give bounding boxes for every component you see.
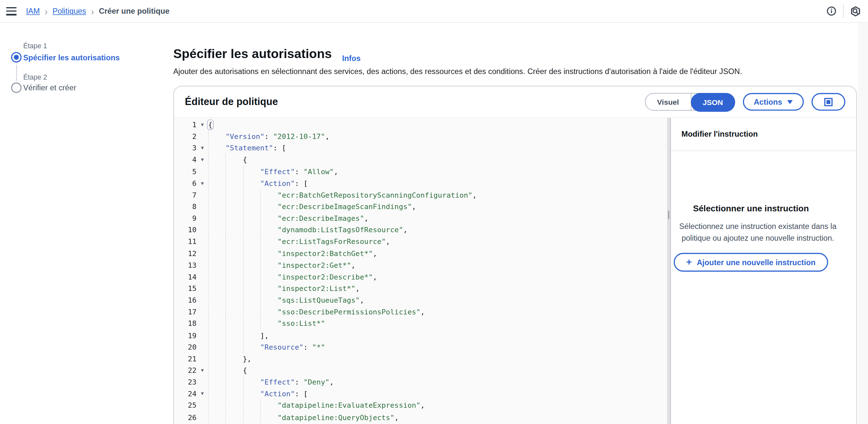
code-content: "Action": [ — [208, 177, 667, 189]
fold-spacer — [196, 353, 208, 365]
step2-link[interactable]: Vérifier et créer — [23, 83, 76, 92]
code-line[interactable]: 7"ecr:BatchGetRepositoryScanningConfigur… — [174, 189, 667, 201]
json-string: "Allow" — [304, 167, 334, 175]
indent-guide — [260, 236, 261, 248]
json-key: "Effect" — [260, 167, 294, 175]
code-content: "Statement": [ — [208, 142, 667, 154]
line-number: 24 — [174, 388, 197, 400]
step1-label: Étape 1 — [23, 42, 47, 50]
json-punctuation: , — [330, 378, 334, 386]
json-punctuation: , — [403, 226, 407, 234]
aws-console-create-policy-page: IAM › Politiques › Créer une politique É… — [0, 0, 868, 424]
indent-guide — [225, 271, 226, 283]
menu-icon[interactable] — [6, 7, 17, 15]
code-line[interactable]: 16"sqs:ListQueueTags", — [174, 295, 667, 306]
indent-guide — [243, 411, 243, 423]
code-line[interactable]: 6▼"Action": [ — [174, 177, 667, 189]
code-line[interactable]: 25"datapipeline:EvaluateExpression", — [174, 399, 667, 411]
code-line[interactable]: 24▼"Action": [ — [174, 388, 667, 400]
code-line[interactable]: 3▼"Statement": [ — [174, 142, 667, 154]
breadcrumb-iam[interactable]: IAM — [26, 6, 40, 15]
info-link[interactable]: Infos — [342, 54, 361, 63]
page-title: Spécifier les autorisations — [173, 46, 332, 61]
code-line[interactable]: 5"Effect": "Allow", — [174, 166, 667, 177]
json-key: "Resource" — [260, 343, 304, 351]
indent-guide — [243, 189, 243, 201]
indent-guide — [208, 318, 209, 329]
code-line[interactable]: 4▼{ — [174, 154, 667, 166]
code-line[interactable]: 20"Resource": "*" — [174, 341, 667, 353]
indent-guide — [260, 271, 261, 283]
code-line[interactable]: 12"inspector2:BatchGet*", — [174, 248, 667, 259]
expand-editor-button[interactable] — [811, 93, 845, 110]
code-content: "sso:DescribePermissionsPolicies", — [208, 306, 667, 318]
indent-guide — [225, 189, 226, 201]
code-line[interactable]: 26"datapipeline:QueryObjects", — [174, 411, 667, 423]
code-line[interactable]: 15"inspector2:List*", — [174, 283, 667, 295]
code-line[interactable]: 11"ecr:ListTagsForResource", — [174, 236, 667, 248]
fold-arrow-icon[interactable]: ▼ — [196, 177, 208, 189]
indent-guide — [225, 213, 226, 224]
step2-radio-icon — [11, 83, 22, 93]
indent-guide — [243, 236, 243, 248]
json-punctuation: , — [421, 401, 425, 410]
code-content: ], — [208, 329, 667, 341]
indent-guide — [208, 177, 209, 189]
fold-arrow-icon[interactable]: ▼ — [196, 142, 208, 154]
caret-down-icon — [787, 100, 793, 104]
code-line[interactable]: 23"Effect": "Deny", — [174, 377, 667, 388]
fold-arrow-icon[interactable]: ▼ — [196, 154, 208, 166]
code-line[interactable]: 14"inspector2:Describe*", — [174, 271, 667, 283]
settings-icon[interactable] — [850, 6, 861, 16]
indent-guide — [208, 142, 209, 154]
json-punctuation: , — [334, 167, 338, 175]
json-key: "Statement" — [225, 144, 273, 152]
fold-arrow-icon[interactable]: ▼ — [196, 388, 208, 400]
toggle-json[interactable]: JSON — [691, 93, 735, 112]
line-number: 1 — [174, 119, 197, 131]
code-content: "inspector2:Get*", — [208, 259, 667, 271]
indent-guide — [243, 306, 243, 318]
code-line[interactable]: 17"sso:DescribePermissionsPolicies", — [174, 306, 667, 318]
code-content: "inspector2:Describe*", — [208, 271, 667, 283]
panel-resize-handle[interactable] — [667, 118, 671, 424]
indent-guide — [225, 177, 226, 189]
code-content: "dynamodb:ListTagsOfResource", — [208, 224, 667, 236]
fold-spacer — [196, 189, 208, 201]
fold-spacer — [196, 341, 208, 353]
code-line[interactable]: 22▼{ — [174, 365, 667, 377]
add-statement-button[interactable]: + Ajouter une nouvelle instruction — [674, 253, 828, 272]
code-line[interactable]: 18"sso:List*" — [174, 318, 667, 329]
indent-guide — [225, 318, 226, 329]
step1-link[interactable]: Spécifier les autorisations — [23, 53, 120, 62]
line-number: 12 — [174, 248, 197, 259]
breadcrumb-politiques[interactable]: Politiques — [53, 6, 86, 15]
code-line[interactable]: 2"Version": "2012-10-17", — [174, 131, 667, 142]
code-line[interactable]: 9"ecr:DescribeImages", — [174, 213, 667, 224]
toggle-visuel[interactable]: Visuel — [645, 94, 691, 110]
indent-guide — [208, 365, 209, 377]
indent-guide — [208, 259, 209, 271]
code-line[interactable]: 1▼{ — [174, 119, 667, 131]
code-line[interactable]: 19], — [174, 329, 667, 341]
json-string: "inspector2:Describe*" — [277, 273, 373, 281]
page-scroll-gutter[interactable] — [858, 23, 868, 424]
info-icon[interactable] — [827, 6, 837, 16]
line-number: 21 — [174, 353, 197, 365]
fold-arrow-icon[interactable]: ▼ — [196, 365, 208, 377]
code-line[interactable]: 8"ecr:DescribeImageScanFindings", — [174, 201, 667, 213]
json-code-editor[interactable]: 1▼{2"Version": "2012-10-17",3▼"Statement… — [174, 118, 667, 424]
code-content: { — [208, 365, 667, 377]
actions-button[interactable]: Actions — [743, 93, 804, 110]
code-line[interactable]: 21}, — [174, 353, 667, 365]
indent-guide — [208, 166, 209, 177]
fold-arrow-icon[interactable]: ▼ — [196, 119, 208, 131]
line-number: 4 — [174, 154, 197, 166]
indent-guide — [208, 329, 209, 341]
code-line[interactable]: 10"dynamodb:ListTagsOfResource", — [174, 224, 667, 236]
line-number: 9 — [174, 213, 197, 224]
indent-guide — [208, 377, 209, 388]
line-number: 5 — [174, 166, 197, 177]
fold-spacer — [196, 306, 208, 318]
code-line[interactable]: 13"inspector2:Get*", — [174, 259, 667, 271]
